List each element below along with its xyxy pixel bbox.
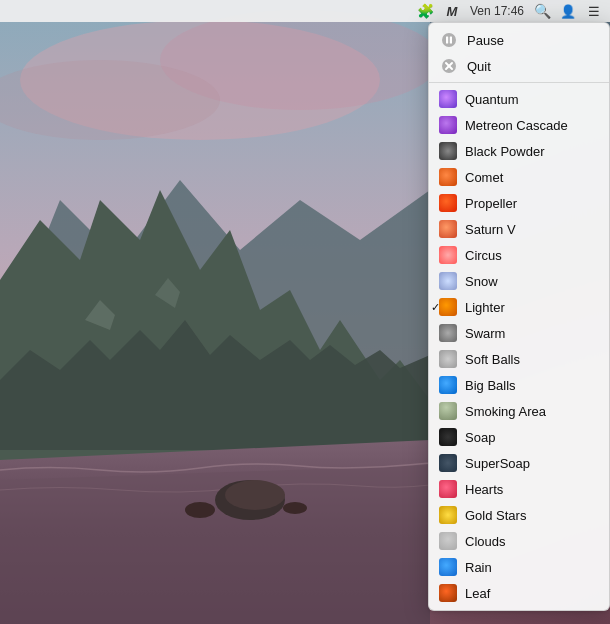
menu-item-goldstars[interactable]: Gold Stars bbox=[429, 502, 609, 528]
pause-icon bbox=[439, 30, 459, 50]
swarm-label: Swarm bbox=[465, 327, 505, 340]
menu-item-circus[interactable]: Circus bbox=[429, 242, 609, 268]
saturnv-icon bbox=[439, 220, 457, 238]
supersoap-label: SuperSoap bbox=[465, 457, 530, 470]
menu-item-lighter[interactable]: ✓Lighter bbox=[429, 294, 609, 320]
snow-label: Snow bbox=[465, 275, 498, 288]
circus-label: Circus bbox=[465, 249, 502, 262]
menu-item-soap[interactable]: Soap bbox=[429, 424, 609, 450]
menu-item-leaf[interactable]: Leaf bbox=[429, 580, 609, 606]
menu-item-snow[interactable]: Snow bbox=[429, 268, 609, 294]
search-icon[interactable]: 🔍 bbox=[534, 3, 550, 19]
quantum-label: Quantum bbox=[465, 93, 518, 106]
menu-item-blackpowder[interactable]: Black Powder bbox=[429, 138, 609, 164]
menu-item-hearts[interactable]: Hearts bbox=[429, 476, 609, 502]
menu-item-supersoap[interactable]: SuperSoap bbox=[429, 450, 609, 476]
soap-icon bbox=[439, 428, 457, 446]
quit-icon bbox=[439, 56, 459, 76]
hearts-label: Hearts bbox=[465, 483, 503, 496]
menu-icon[interactable]: ☰ bbox=[586, 3, 602, 19]
menu-item-swarm[interactable]: Swarm bbox=[429, 320, 609, 346]
rain-icon bbox=[439, 558, 457, 576]
swarm-icon bbox=[439, 324, 457, 342]
quit-label: Quit bbox=[467, 60, 491, 73]
menu-item-quantum[interactable]: Quantum bbox=[429, 86, 609, 112]
lighter-label: Lighter bbox=[465, 301, 505, 314]
menu-item-saturnv[interactable]: Saturn V bbox=[429, 216, 609, 242]
menu-item-bigballs[interactable]: Big Balls bbox=[429, 372, 609, 398]
bigballs-icon bbox=[439, 376, 457, 394]
quantum-icon bbox=[439, 90, 457, 108]
menu-item-rain[interactable]: Rain bbox=[429, 554, 609, 580]
menubar: 🧩 M Ven 17:46 🔍 👤 ☰ bbox=[0, 0, 610, 22]
svg-point-8 bbox=[442, 33, 456, 47]
user-icon[interactable]: 👤 bbox=[560, 3, 576, 19]
propeller-icon bbox=[439, 194, 457, 212]
menu-item-clouds[interactable]: Clouds bbox=[429, 528, 609, 554]
menu-item-smoking[interactable]: Smoking Area bbox=[429, 398, 609, 424]
goldstars-icon bbox=[439, 506, 457, 524]
svg-point-7 bbox=[283, 502, 307, 514]
circus-icon bbox=[439, 246, 457, 264]
clouds-icon bbox=[439, 532, 457, 550]
propeller-label: Propeller bbox=[465, 197, 517, 210]
dropdown-menu: Pause Quit QuantumMetreon CascadeBlack P… bbox=[428, 22, 610, 611]
svg-rect-9 bbox=[446, 37, 448, 44]
lighter-icon bbox=[439, 298, 457, 316]
menu-item-comet[interactable]: Comet bbox=[429, 164, 609, 190]
softballs-icon bbox=[439, 350, 457, 368]
menu-item-quit[interactable]: Quit bbox=[429, 53, 609, 79]
saturnv-label: Saturn V bbox=[465, 223, 516, 236]
pause-label: Pause bbox=[467, 34, 504, 47]
landscape-svg bbox=[0, 0, 430, 624]
svg-point-6 bbox=[185, 502, 215, 518]
menu-item-pause[interactable]: Pause bbox=[429, 27, 609, 53]
email-icon[interactable]: M bbox=[444, 3, 460, 19]
smoking-icon bbox=[439, 402, 457, 420]
hearts-icon bbox=[439, 480, 457, 498]
smoking-label: Smoking Area bbox=[465, 405, 546, 418]
supersoap-icon bbox=[439, 454, 457, 472]
bigballs-label: Big Balls bbox=[465, 379, 516, 392]
comet-label: Comet bbox=[465, 171, 503, 184]
snow-icon bbox=[439, 272, 457, 290]
separator bbox=[429, 82, 609, 83]
leaf-icon bbox=[439, 584, 457, 602]
menu-items-container: QuantumMetreon CascadeBlack PowderCometP… bbox=[429, 86, 609, 606]
menu-item-softballs[interactable]: Soft Balls bbox=[429, 346, 609, 372]
metreon-icon bbox=[439, 116, 457, 134]
blackpowder-label: Black Powder bbox=[465, 145, 544, 158]
checkmark-icon: ✓ bbox=[431, 301, 440, 314]
menu-item-metreon[interactable]: Metreon Cascade bbox=[429, 112, 609, 138]
softballs-label: Soft Balls bbox=[465, 353, 520, 366]
svg-rect-10 bbox=[450, 37, 452, 44]
svg-point-5 bbox=[225, 480, 285, 510]
puzzle-icon[interactable]: 🧩 bbox=[418, 3, 434, 19]
metreon-label: Metreon Cascade bbox=[465, 119, 568, 132]
soap-label: Soap bbox=[465, 431, 495, 444]
goldstars-label: Gold Stars bbox=[465, 509, 526, 522]
clouds-label: Clouds bbox=[465, 535, 505, 548]
menubar-time: Ven 17:46 bbox=[470, 4, 524, 18]
menu-item-propeller[interactable]: Propeller bbox=[429, 190, 609, 216]
leaf-label: Leaf bbox=[465, 587, 490, 600]
rain-label: Rain bbox=[465, 561, 492, 574]
comet-icon bbox=[439, 168, 457, 186]
blackpowder-icon bbox=[439, 142, 457, 160]
